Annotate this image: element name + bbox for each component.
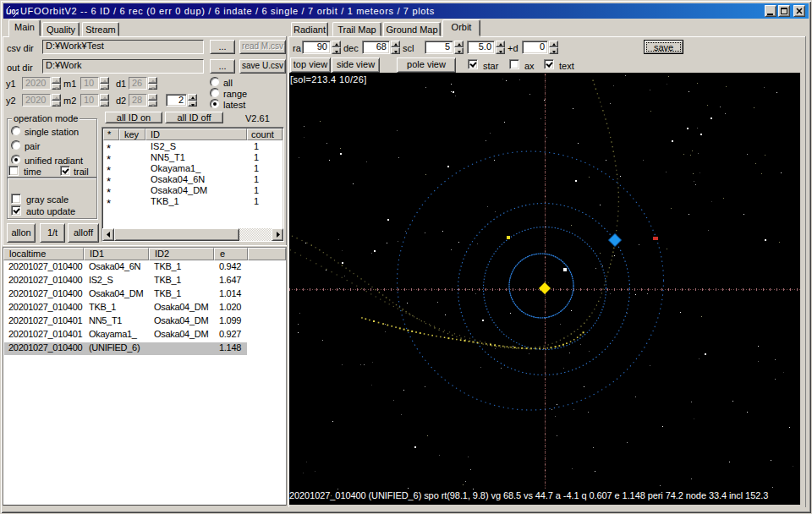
svg-text:U02: U02	[6, 8, 19, 16]
